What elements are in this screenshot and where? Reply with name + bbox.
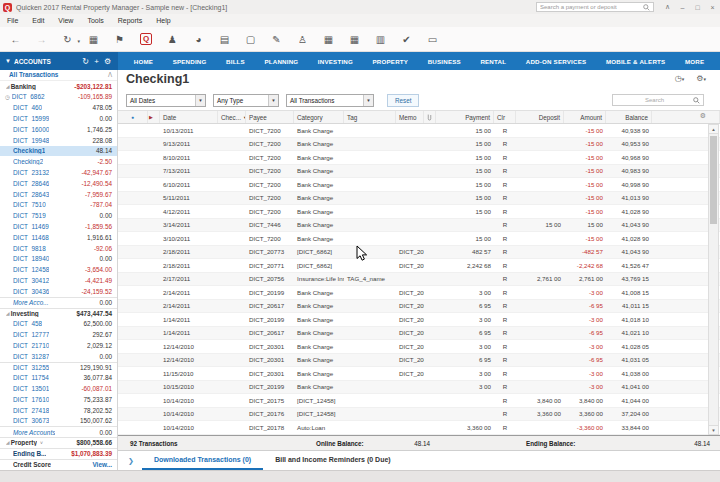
- nav-tab[interactable]: BUSINESS: [428, 58, 461, 65]
- amount-column-header[interactable]: Amount: [564, 111, 606, 123]
- one-step-update-icon[interactable]: ↻▾: [60, 34, 75, 45]
- write-checks-icon[interactable]: ✎▾: [269, 34, 284, 45]
- transaction-row[interactable]: 10/14/2010 DICT_20175 [DICT_12458] R 3,8…: [118, 394, 720, 408]
- sidebar-account-row[interactable]: ◷ Checking1 ˅ 48.14: [0, 146, 117, 157]
- sidebar-account-row[interactable]: ◷ DICT_31255 ˅ 129,190.91: [0, 362, 117, 373]
- services-person-icon[interactable]: ♟▾: [165, 34, 180, 45]
- sidebar-item-all-transactions[interactable]: All Transactions ᐱ: [0, 70, 117, 81]
- column-settings-gear-icon[interactable]: ⚙: [700, 112, 706, 120]
- portfolio-icon[interactable]: ♙▾: [295, 34, 310, 45]
- transaction-row[interactable]: 10/14/2010 DICT_20178 Auto:Loan 3,360 00…: [118, 421, 720, 435]
- accounts-settings-gear-icon[interactable]: ⚙: [102, 57, 113, 66]
- sidebar-account-row[interactable]: ◷ DICT_21710 ˅ 2,029.12: [0, 340, 117, 351]
- payee-column-header[interactable]: Payee: [246, 111, 294, 123]
- transaction-row[interactable]: 6/10/2011 DICT_7200 Bank Charge 15 00 R …: [118, 178, 720, 192]
- transaction-row[interactable]: 7/13/2011 DICT_7200 Bank Charge 15 00 R …: [118, 165, 720, 179]
- attachment-column-header[interactable]: [424, 111, 436, 123]
- nav-tab[interactable]: PLANNING: [264, 58, 298, 65]
- menu-item[interactable]: Reports: [111, 17, 150, 24]
- menu-item[interactable]: Edit: [25, 17, 51, 24]
- nav-tab[interactable]: ADD-ON SERVICES: [526, 58, 587, 65]
- register-actions-gear-icon[interactable]: ⚙▾: [696, 74, 706, 83]
- bottom-tab[interactable]: Bill and Income Reminders (0 Due): [263, 451, 403, 470]
- sidebar-scroll-up-icon[interactable]: ᐱ: [108, 71, 112, 78]
- scroll-up-arrow-icon[interactable]: ▲: [709, 125, 718, 134]
- calendar-icon[interactable]: ▦▾: [86, 34, 101, 45]
- alerts-icon[interactable]: ⚑▾: [112, 34, 127, 45]
- sidebar-account-row[interactable]: ◷ DICT_12777 ˅ 292.67: [0, 329, 117, 340]
- register-history-clock-icon[interactable]: ◷▾: [675, 74, 685, 83]
- date-column-header[interactable]: Date: [160, 111, 218, 123]
- expand-panel-chevron-icon[interactable]: ❯: [118, 457, 142, 465]
- reconcile-icon[interactable]: ▥▾: [373, 34, 388, 45]
- scrollbar-thumb[interactable]: [710, 136, 717, 224]
- category-column-header[interactable]: Category: [294, 111, 344, 123]
- sidebar-account-row[interactable]: ◷ DICT_460 ˅ 478.05: [0, 102, 117, 113]
- nav-tab[interactable]: SPENDING: [173, 58, 207, 65]
- type-filter-dropdown[interactable]: Any Type▼: [213, 94, 279, 107]
- sidebar-account-row[interactable]: ◷ DICT_7519 ˅ 0.00: [0, 210, 117, 221]
- scroll-down-arrow-icon[interactable]: ▼: [709, 425, 718, 434]
- register-scrollbar[interactable]: ▲ ▼: [708, 124, 719, 435]
- nav-tab[interactable]: RENTAL: [480, 58, 506, 65]
- forward-icon[interactable]: →▾: [34, 34, 49, 45]
- check-column-header[interactable]: Chec...▼: [218, 111, 246, 123]
- transaction-row[interactable]: 3/10/2011 DICT_7200 Bank Charge 15 00 R …: [118, 232, 720, 246]
- flag-column-header[interactable]: ▶: [148, 111, 160, 123]
- scope-filter-dropdown[interactable]: All Transactions▼: [286, 94, 374, 107]
- memo-column-header[interactable]: Memo: [396, 111, 424, 123]
- sidebar-account-row[interactable]: ◷ DICT_11468 ˅ 1,916.61: [0, 232, 117, 243]
- deposit-column-header[interactable]: Deposit: [516, 111, 564, 123]
- transaction-row[interactable]: 12/14/2010 DICT_20301 Bank Charge DICT_2…: [118, 354, 720, 368]
- transaction-row[interactable]: 2/18/2011 DICT_20773 [DICT_6862] DICT_20…: [118, 246, 720, 260]
- sidebar-account-row[interactable]: ◷ Checking2 ˅ -2.50: [0, 156, 117, 167]
- sidebar-account-row[interactable]: ◷ Property ˅ $800,558.66: [0, 437, 117, 448]
- close-icon[interactable]: ×: [705, 4, 720, 11]
- sidebar-account-row[interactable]: ◷ DICT_15999 ˅ 0.00: [0, 113, 117, 124]
- address-book-icon[interactable]: ▭▾: [425, 34, 440, 45]
- sidebar-account-row[interactable]: ◷ More Acco... ˅ 0.00: [0, 297, 117, 308]
- sidebar-account-row[interactable]: ◷ DICT_23132 ˅ -42,947.67: [0, 167, 117, 178]
- sidebar-account-row[interactable]: ◷ DICT_9818 ˅ -92.06: [0, 243, 117, 254]
- sidebar-account-row[interactable]: ◷ DICT_19948 ˅ 228.08: [0, 135, 117, 146]
- transaction-row[interactable]: 4/12/2011 DICT_7200 Bank Charge 15 00 R …: [118, 205, 720, 219]
- transaction-row[interactable]: 2/14/2011 DICT_20199 Bank Charge DICT_20…: [118, 286, 720, 300]
- sidebar-account-row[interactable]: ◷ Banking ˅ -$203,122.81: [0, 81, 117, 92]
- sidebar-account-row[interactable]: ◷ DICT_458 ˅ 62,500.00: [0, 318, 117, 329]
- global-search-box[interactable]: Search a payment or deposit: [536, 2, 654, 12]
- sidebar-account-row[interactable]: ◷ More Accounts ˅ 0.00: [0, 426, 117, 437]
- collapse-window-icon[interactable]: ∧: [660, 3, 675, 11]
- nav-tab[interactable]: BILLS: [226, 58, 245, 65]
- sidebar-account-row[interactable]: ◷ DICT_16000 ˅ 1,746.25: [0, 124, 117, 135]
- bill-reminders-icon[interactable]: ▦▾: [321, 34, 336, 45]
- reset-filters-button[interactable]: Reset: [387, 94, 419, 107]
- sidebar-account-row[interactable]: ◷ Ending B... ˅ $1,070,883.39: [0, 448, 117, 459]
- sidebar-account-row[interactable]: ◷ DICT_28646 ˅ -12,490.54: [0, 178, 117, 189]
- status-column-header[interactable]: ●: [118, 111, 148, 123]
- nav-tab[interactable]: MOBILE & ALERTS: [606, 58, 666, 65]
- sidebar-account-row[interactable]: ◷ DICT_6862 ˅ -109,165.89: [0, 92, 117, 103]
- transaction-row[interactable]: 1/14/2011 DICT_20199 Bank Charge DICT_20…: [118, 313, 720, 327]
- sidebar-account-row[interactable]: ◷ DICT_30436 ˅ -24,159.52: [0, 286, 117, 297]
- sidebar-account-row[interactable]: ◷ DICT_7510 ˅ -787.04: [0, 200, 117, 211]
- nav-tab[interactable]: PROPERTY: [373, 58, 409, 65]
- menu-item[interactable]: Help: [149, 17, 177, 24]
- date-filter-dropdown[interactable]: All Dates▼: [126, 94, 206, 107]
- sidebar-account-row[interactable]: ◷ DICT_30673 ˅ 150,007.62: [0, 416, 117, 427]
- quicken-home-icon[interactable]: Q▾: [140, 33, 152, 45]
- payment-column-header[interactable]: Payment: [436, 111, 494, 123]
- transaction-row[interactable]: 11/15/2010 DICT_20301 Bank Charge DICT_2…: [118, 367, 720, 381]
- balance-column-header[interactable]: Balance: [606, 111, 652, 123]
- sidebar-account-row[interactable]: ◷ DICT_18940 ˅ 0.00: [0, 254, 117, 265]
- minimize-icon[interactable]: –: [675, 4, 690, 11]
- chevron-down-icon[interactable]: ˅: [40, 440, 43, 446]
- sidebar-account-row[interactable]: ◷ DICT_31287 ˅ 0.00: [0, 351, 117, 362]
- calendar-view-icon[interactable]: ▦▾: [347, 34, 362, 45]
- sidebar-account-row[interactable]: ◷ Investing ˅ $473,447.54: [0, 308, 117, 319]
- tag-column-header[interactable]: Tag: [344, 111, 396, 123]
- refresh-accounts-icon[interactable]: ↻: [80, 57, 91, 66]
- nav-tab[interactable]: HOME: [134, 58, 153, 65]
- transaction-row[interactable]: 2/14/2011 DICT_20617 Bank Charge DICT_20…: [118, 300, 720, 314]
- sidebar-account-row[interactable]: ◷ DICT_17610 ˅ 75,233.87: [0, 394, 117, 405]
- print-icon[interactable]: ▤▾: [217, 34, 232, 45]
